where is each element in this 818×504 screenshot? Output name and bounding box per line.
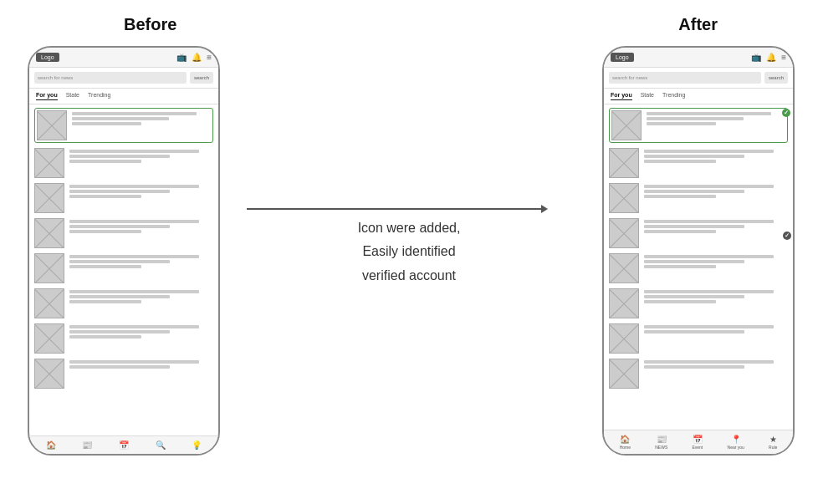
before-line-4-2: [69, 225, 170, 228]
before-bell-icon: 🔔: [192, 53, 202, 62]
after-news-list: ✓: [604, 104, 793, 430]
before-news-item-1: [34, 108, 213, 143]
before-tab-trending[interactable]: Trending: [88, 92, 110, 100]
before-video-icon: 📺: [176, 53, 187, 62]
before-line-7-3: [69, 335, 141, 339]
before-bottom-nav: 🏠 📰 📅 🔍 💡: [29, 435, 218, 454]
before-tab-foryou[interactable]: For you: [36, 92, 58, 100]
before-line-2-1: [69, 150, 199, 153]
after-line-5-1: [644, 255, 774, 258]
before-line-1: [72, 112, 197, 115]
before-nav-home[interactable]: 🏠: [46, 440, 56, 450]
before-img-3: [34, 183, 64, 213]
after-img-4: [609, 218, 639, 248]
after-line-4-3: [644, 230, 716, 233]
before-news-item-4: [34, 218, 213, 248]
before-line-5-3: [69, 265, 141, 268]
after-bottom-nav: 🏠 Home 📰 NEWS 📅 Event 📍 Near you ★: [604, 430, 793, 454]
before-nav-news[interactable]: 📰: [82, 440, 92, 450]
after-news-item-1: ✓: [609, 108, 788, 143]
after-nav-news[interactable]: 📰 NEWS: [655, 435, 667, 450]
after-search-btn[interactable]: search: [764, 72, 788, 84]
after-text-2: [644, 148, 788, 163]
after-line-6-2: [644, 295, 744, 298]
after-nav-tabs: For you State Trending: [604, 89, 793, 104]
after-nav-home[interactable]: 🏠 Home: [620, 435, 631, 450]
before-news-item-8: [34, 359, 213, 389]
main-container: Before After Logo 📺 🔔 ≡ search for news …: [0, 0, 818, 504]
after-img-1: [611, 110, 642, 140]
after-line-8-1: [644, 360, 774, 364]
after-menu-icon: ≡: [781, 53, 786, 62]
verified-badge-1: ✓: [782, 109, 790, 117]
after-img-8: [609, 359, 639, 389]
before-img-5: [34, 253, 64, 283]
after-line-2-2: [644, 155, 744, 158]
after-rule-icon: ★: [769, 435, 777, 444]
after-logo: Logo: [611, 53, 634, 62]
after-line-5-3: [644, 265, 716, 268]
before-search-btn[interactable]: search: [190, 72, 213, 84]
verified-badge-mid: ✓: [783, 232, 791, 240]
before-line-6-2: [69, 295, 170, 298]
label-before: Before: [124, 15, 176, 34]
after-img-3: [609, 183, 639, 213]
after-line-3-3: [644, 195, 716, 198]
after-line-7-2: [644, 330, 744, 333]
before-menu-icon: ≡: [207, 53, 212, 62]
before-nav-calendar[interactable]: 📅: [119, 440, 129, 450]
before-text-2: [69, 148, 213, 163]
phone-before: Logo 📺 🔔 ≡ search for news search For yo…: [28, 46, 220, 456]
before-line-3-1: [69, 185, 199, 188]
after-nav-near[interactable]: 📍 Near you: [728, 435, 744, 450]
before-news-item-5: [34, 253, 213, 283]
before-tab-state[interactable]: State: [66, 92, 79, 100]
before-img-2: [34, 148, 64, 178]
before-line-8-2: [69, 365, 170, 369]
before-text-6: [69, 288, 213, 303]
after-line-2-3: [644, 160, 716, 163]
after-search-input[interactable]: search for news: [609, 72, 761, 84]
before-line-3: [72, 122, 141, 125]
after-event-icon: 📅: [693, 435, 703, 444]
after-text-7: [644, 323, 788, 333]
after-nav-event[interactable]: 📅 Event: [692, 435, 703, 450]
annotation-line1: Icon were added,: [358, 216, 461, 240]
before-search-input[interactable]: search for news: [34, 72, 187, 84]
after-news-item-5: [609, 253, 788, 283]
before-img-4: [34, 218, 64, 248]
after-line-7-1: [644, 325, 774, 328]
after-nav-rule[interactable]: ★ Rule: [769, 435, 777, 450]
before-line-8-1: [69, 360, 199, 364]
after-nav-rule-label: Rule: [769, 445, 777, 450]
after-line-1-2: [647, 117, 744, 120]
before-nav-search[interactable]: 🔍: [156, 440, 166, 450]
after-news-item-2: [609, 148, 788, 178]
before-news-icon: 📰: [82, 440, 92, 450]
label-after: After: [678, 15, 718, 34]
before-light-icon: 💡: [192, 440, 202, 450]
after-nav-home-label: Home: [620, 445, 631, 450]
before-text-7: [69, 323, 213, 339]
annotation: Icon were added, Easily identified verif…: [358, 216, 461, 288]
after-text-5: [644, 253, 788, 268]
after-img-2: [609, 148, 639, 178]
after-video-icon: 📺: [751, 53, 761, 62]
after-tab-trending[interactable]: Trending: [662, 92, 685, 100]
after-line-4-1: [644, 220, 774, 223]
before-nav-light[interactable]: 💡: [192, 440, 202, 450]
before-text-1: [72, 110, 211, 125]
after-tab-foryou[interactable]: For you: [611, 92, 632, 100]
before-line-4-1: [69, 220, 199, 223]
before-news-item-6: [34, 288, 213, 318]
annotation-line3: verified account: [358, 264, 461, 288]
after-line-6-1: [644, 290, 774, 293]
after-line-6-3: [644, 300, 716, 303]
before-img-1: [37, 110, 67, 140]
arrow-line: [247, 208, 541, 210]
after-tab-state[interactable]: State: [641, 92, 654, 100]
before-text-8: [69, 359, 213, 369]
after-near-icon: 📍: [731, 435, 741, 444]
before-line-2-2: [69, 155, 170, 158]
before-search-bar: search for news search: [29, 68, 218, 89]
